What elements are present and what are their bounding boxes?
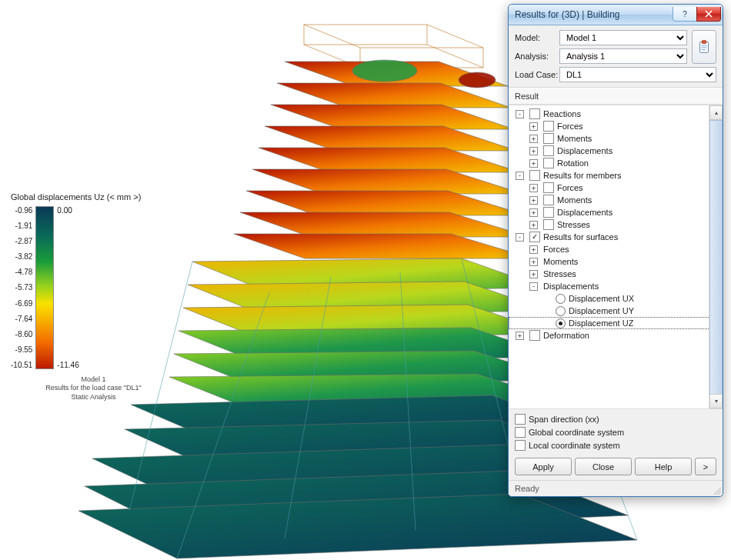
close-button[interactable]: Close <box>575 458 632 475</box>
model-select[interactable]: Model 1 <box>559 30 687 45</box>
dialog-title: Results for (3D) | Building <box>515 9 673 20</box>
options-button[interactable] <box>692 30 716 64</box>
form-area: Model: Model 1 Analysis: Analysis 1 Load… <box>509 25 723 88</box>
tree-row[interactable]: -Results for members <box>509 169 723 182</box>
tree-label: Moments <box>543 255 578 268</box>
collapse-icon[interactable]: - <box>516 172 524 180</box>
tree-row[interactable]: -Reactions <box>509 108 723 120</box>
collapse-icon[interactable]: - <box>529 282 538 291</box>
dialog-titlebar[interactable]: Results for (3D) | Building ? <box>509 5 723 25</box>
resize-grip[interactable] <box>712 485 721 495</box>
expand-icon[interactable]: + <box>529 245 538 254</box>
help-window-button[interactable]: ? <box>673 7 697 22</box>
expand-icon[interactable]: + <box>529 196 538 205</box>
model-label: Model: <box>515 33 559 42</box>
tree-label: Displacement UY <box>569 305 634 317</box>
tree-row[interactable]: +Moments <box>509 132 723 145</box>
expand-icon[interactable]: + <box>529 122 538 131</box>
scroll-down-button[interactable]: ▾ <box>709 394 723 408</box>
expand-icon[interactable]: + <box>529 147 538 155</box>
checkbox[interactable] <box>515 440 526 451</box>
tree-row[interactable]: +Forces <box>509 182 723 194</box>
tree-row[interactable]: Displacement UX <box>509 292 723 305</box>
tree-row[interactable]: +Stresses <box>509 268 723 280</box>
collapse-icon[interactable]: - <box>516 233 524 242</box>
expand-icon[interactable]: + <box>529 208 538 217</box>
checkbox[interactable] <box>543 121 554 132</box>
loadcase-select[interactable]: DL1 <box>559 67 716 82</box>
expand-icon[interactable]: + <box>529 184 538 192</box>
results-dialog[interactable]: Results for (3D) | Building ? Model: Mod… <box>508 4 723 497</box>
tree-row[interactable]: +Deformation <box>509 329 723 342</box>
checkbox[interactable]: ✓ <box>529 232 540 242</box>
option-label: Global coordinate system <box>529 428 624 437</box>
tree-label: Moments <box>557 194 592 206</box>
tree-row[interactable]: -Displacements <box>509 280 723 292</box>
tree-row[interactable]: Displacement UY <box>509 305 723 317</box>
svg-rect-9 <box>702 41 706 44</box>
expand-icon[interactable]: + <box>529 135 538 143</box>
svg-point-1 <box>459 72 496 88</box>
checkbox[interactable] <box>529 108 540 119</box>
checkbox[interactable] <box>543 207 554 218</box>
result-tree[interactable]: -Reactions+Forces+Moments+Displacements+… <box>509 105 723 409</box>
close-icon <box>705 10 713 18</box>
tree-label: Deformation <box>543 329 589 342</box>
tree-label: Moments <box>557 132 592 145</box>
help-button[interactable]: Help <box>635 458 692 475</box>
analysis-label: Analysis: <box>515 52 559 61</box>
expand-icon[interactable]: + <box>516 332 524 340</box>
result-section-header: Result <box>509 88 723 105</box>
tree-row[interactable]: +Moments <box>509 194 723 206</box>
scroll-up-button[interactable]: ▴ <box>709 105 723 120</box>
option-row: Global coordinate system <box>515 425 716 438</box>
collapse-icon[interactable]: - <box>516 110 524 118</box>
expand-icon[interactable]: + <box>529 270 538 278</box>
expand-icon[interactable]: + <box>529 258 538 266</box>
tree-row[interactable]: -✓Results for surfaces <box>509 231 723 243</box>
checkbox[interactable] <box>529 170 540 181</box>
option-label: Local coordinate system <box>529 441 620 450</box>
checkbox[interactable] <box>529 330 540 341</box>
checkbox[interactable] <box>543 195 554 205</box>
checkbox[interactable] <box>515 414 526 425</box>
tree-row[interactable]: +Moments <box>509 255 723 268</box>
tree-row[interactable]: +Forces <box>509 120 723 132</box>
tree-label: Stresses <box>557 218 590 231</box>
tree-row[interactable]: +Rotation <box>509 157 723 169</box>
apply-button[interactable]: Apply <box>515 458 572 475</box>
radio[interactable] <box>556 318 566 328</box>
tree-label: Displacements <box>557 206 613 218</box>
legend-range: 0.00 -11.46 <box>57 206 78 369</box>
tree-label: Results for members <box>543 169 621 182</box>
analysis-select[interactable]: Analysis 1 <box>559 48 687 64</box>
tree-row[interactable]: +Forces <box>509 243 723 255</box>
radio[interactable] <box>556 306 566 316</box>
tree-label: Displacements <box>557 145 613 157</box>
checkbox[interactable] <box>543 219 554 230</box>
checkbox[interactable] <box>543 182 554 193</box>
dialog-statusbar: Ready <box>509 480 723 496</box>
legend-colorbar <box>35 206 54 369</box>
checkbox[interactable] <box>543 145 554 156</box>
tree-label: Forces <box>557 182 583 194</box>
tree-row[interactable]: +Displacements <box>509 206 723 218</box>
loadcase-label: Load Case: <box>515 70 559 79</box>
close-window-button[interactable] <box>696 7 721 22</box>
tree-label: Stresses <box>543 268 576 280</box>
tree-row[interactable]: Displacement UZ <box>509 317 723 329</box>
tree-label: Forces <box>543 243 569 255</box>
bottom-checks: Span direction (xx)Global coordinate sys… <box>509 409 723 455</box>
radio[interactable] <box>556 294 566 304</box>
tree-row[interactable]: +Stresses <box>509 218 723 231</box>
tree-row[interactable]: +Displacements <box>509 145 723 157</box>
checkbox[interactable] <box>543 133 554 144</box>
tree-scrollbar[interactable]: ▴ ▾ <box>709 105 723 408</box>
tree-label: Displacements <box>543 280 599 292</box>
status-text: Ready <box>515 484 539 493</box>
checkbox[interactable] <box>515 427 526 438</box>
more-button[interactable]: > <box>695 458 716 475</box>
expand-icon[interactable]: + <box>529 221 538 229</box>
expand-icon[interactable]: + <box>529 159 538 168</box>
checkbox[interactable] <box>543 158 554 168</box>
